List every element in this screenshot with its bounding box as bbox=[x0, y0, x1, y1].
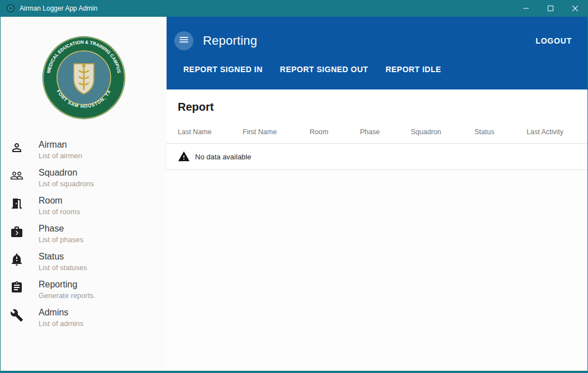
tab-report-signed-in[interactable]: REPORT SIGNED IN bbox=[183, 65, 263, 83]
empty-state-row: No data available bbox=[167, 144, 587, 170]
sidebar-item-label: Admins bbox=[39, 307, 83, 318]
sidebar-item-label: Reporting bbox=[39, 279, 96, 290]
app-window: Airman Logger App Admin bbox=[0, 0, 588, 373]
column-header-squadron[interactable]: Squadron bbox=[411, 128, 475, 136]
briefcase-arrow-icon bbox=[10, 225, 23, 238]
sidebar-item-sublabel: List of admins bbox=[39, 319, 83, 328]
page-title: Reporting bbox=[203, 34, 257, 48]
sidebar-item-admins[interactable]: Admins List of admins bbox=[1, 304, 167, 332]
column-header-last-name[interactable]: Last Name bbox=[178, 128, 243, 136]
clipboard-icon bbox=[10, 281, 23, 294]
content-background bbox=[167, 170, 587, 371]
maximize-button[interactable] bbox=[538, 0, 563, 17]
bell-icon bbox=[10, 253, 23, 266]
sidebar-item-squadron[interactable]: Squadron List of squadrons bbox=[1, 164, 167, 192]
sidebar-item-sublabel: List of airmen bbox=[39, 152, 82, 160]
window-title: Airman Logger App Admin bbox=[20, 4, 97, 12]
column-header-status[interactable]: Status bbox=[475, 128, 527, 136]
sidebar-item-sublabel: Generate reports. bbox=[39, 291, 96, 300]
tab-report-idle[interactable]: REPORT IDLE bbox=[386, 65, 442, 83]
column-header-room[interactable]: Room bbox=[310, 128, 360, 136]
sidebar-item-label: Phase bbox=[39, 223, 83, 234]
column-header-first-name[interactable]: First Name bbox=[243, 128, 310, 136]
metc-logo: MEDICAL EDUCATION & TRAINING CAMPUS FORT… bbox=[42, 36, 126, 122]
sidebar-item-label: Room bbox=[39, 195, 80, 206]
person-icon bbox=[10, 141, 23, 154]
empty-state-message: No data available bbox=[195, 153, 251, 161]
close-icon bbox=[572, 3, 578, 13]
sidebar-item-sublabel: List of statuses bbox=[39, 263, 87, 272]
minimize-button[interactable] bbox=[514, 0, 538, 17]
sidebar-item-sublabel: List of rooms bbox=[39, 207, 80, 216]
report-tabs: REPORT SIGNED IN REPORT SIGNED OUT REPOR… bbox=[167, 65, 587, 83]
report-content: Report Last Name First Name Room Phase S… bbox=[167, 89, 587, 371]
column-header-phase[interactable]: Phase bbox=[360, 128, 411, 136]
logout-button[interactable]: LOGOUT bbox=[535, 36, 572, 45]
report-heading: Report bbox=[167, 89, 587, 122]
column-header-last-activity[interactable]: Last Activity bbox=[527, 128, 587, 136]
sidebar-item-phase[interactable]: Phase List of phases bbox=[1, 220, 167, 248]
wrench-icon bbox=[10, 309, 23, 322]
sidebar-item-reporting[interactable]: Reporting Generate reports. bbox=[1, 276, 167, 304]
sidebar-item-sublabel: List of squadrons bbox=[39, 180, 94, 188]
app-icon bbox=[6, 4, 15, 13]
sidebar-item-sublabel: List of phases bbox=[39, 235, 83, 244]
sidebar-item-label: Status bbox=[39, 251, 87, 262]
minimize-icon bbox=[523, 3, 529, 13]
close-button[interactable] bbox=[563, 0, 587, 17]
warning-icon bbox=[178, 150, 190, 163]
sidebar-item-airman[interactable]: Airman List of airmen bbox=[1, 136, 167, 164]
main-header: Reporting LOGOUT REPORT SIGNED IN REPORT… bbox=[167, 17, 587, 89]
main-area: Reporting LOGOUT REPORT SIGNED IN REPORT… bbox=[167, 17, 587, 371]
sidebar-item-label: Airman bbox=[39, 139, 82, 150]
tab-report-signed-out[interactable]: REPORT SIGNED OUT bbox=[280, 65, 368, 83]
door-icon bbox=[10, 197, 23, 210]
sidebar-item-room[interactable]: Room List of rooms bbox=[1, 192, 167, 220]
hamburger-icon bbox=[178, 34, 189, 48]
sidebar-menu: Airman List of airmen Squadron List of s… bbox=[1, 136, 167, 332]
sidebar-item-status[interactable]: Status List of statuses bbox=[1, 248, 167, 276]
maximize-icon bbox=[548, 3, 553, 13]
titlebar: Airman Logger App Admin bbox=[1, 0, 587, 17]
menu-toggle-button[interactable] bbox=[174, 31, 193, 50]
people-icon bbox=[10, 169, 23, 182]
sidebar-item-label: Squadron bbox=[39, 167, 94, 178]
sidebar: MEDICAL EDUCATION & TRAINING CAMPUS FORT… bbox=[1, 17, 167, 371]
report-table-header: Last Name First Name Room Phase Squadron… bbox=[167, 122, 587, 144]
